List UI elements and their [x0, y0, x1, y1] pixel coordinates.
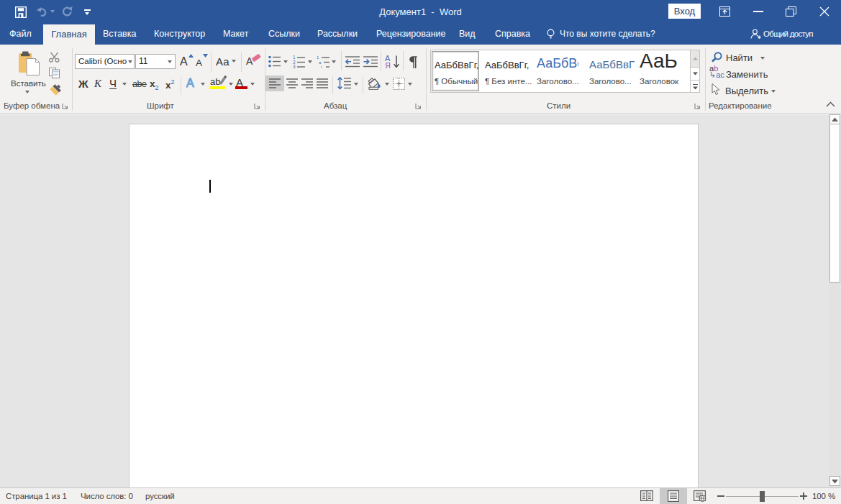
- svg-text:1: 1: [317, 55, 319, 60]
- svg-text:а: а: [319, 60, 322, 65]
- svg-text:3: 3: [293, 64, 296, 68]
- svg-text:i: i: [321, 65, 322, 68]
- svg-text:А: А: [186, 77, 194, 89]
